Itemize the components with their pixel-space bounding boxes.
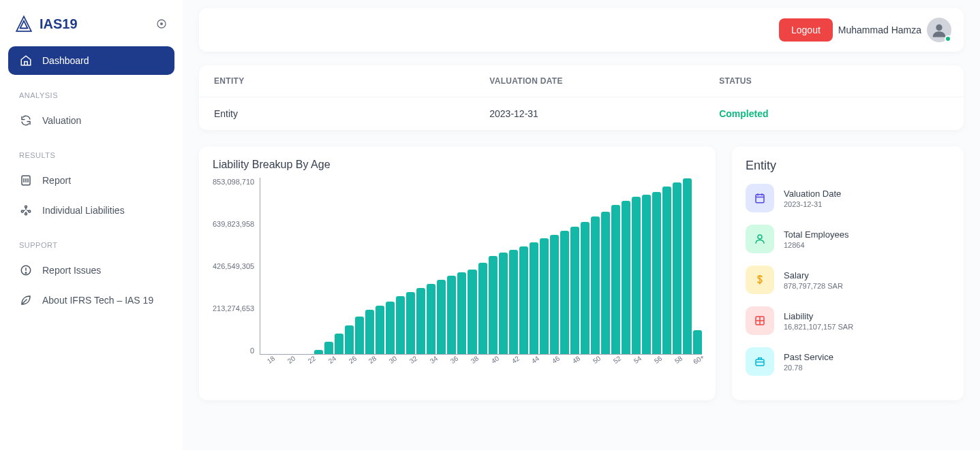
metric-value: 2023-12-31 — [784, 200, 841, 208]
bar[interactable] — [457, 272, 466, 354]
target-icon — [156, 18, 167, 29]
bar[interactable] — [386, 302, 395, 354]
bar[interactable] — [581, 222, 589, 354]
bar[interactable] — [550, 235, 559, 354]
svg-rect-15 — [756, 195, 764, 203]
bar[interactable] — [406, 292, 415, 354]
cell-status: Completed — [719, 108, 949, 119]
x-axis: 1820222426283032343638404244464850525456… — [262, 355, 702, 362]
col-valuation-date: VALUATION DATE — [489, 76, 719, 86]
metric-label: Liability — [784, 311, 853, 321]
plot-area — [260, 178, 702, 355]
bar[interactable] — [570, 227, 579, 354]
bar[interactable] — [611, 205, 620, 354]
bar[interactable] — [683, 178, 692, 354]
dollar-icon — [746, 266, 774, 294]
sidebar-item-about[interactable]: About IFRS Tech – IAS 19 — [8, 286, 174, 315]
bar[interactable] — [437, 280, 446, 354]
logo-row: IAS19 — [8, 12, 174, 42]
sidebar-item-individual-liabilities[interactable]: Individual Liabilities — [8, 196, 174, 225]
metric-value: 878,797,728 SAR — [784, 282, 843, 290]
metric-label: Total Employees — [784, 229, 848, 240]
entity-card: Entity Valuation Date2023-12-31Total Emp… — [732, 146, 964, 400]
bar[interactable] — [396, 296, 405, 354]
bar[interactable] — [345, 325, 354, 355]
bar[interactable] — [693, 330, 702, 354]
logout-button[interactable]: Logout — [779, 18, 833, 42]
bar[interactable] — [622, 201, 630, 354]
nodes-icon — [19, 204, 33, 217]
sidebar-item-report[interactable]: Report — [8, 166, 174, 195]
metric-valuation-date: Valuation Date2023-12-31 — [746, 184, 950, 212]
logo[interactable]: IAS19 — [15, 15, 78, 33]
bar[interactable] — [591, 216, 600, 354]
avatar[interactable] — [927, 18, 951, 42]
bar[interactable] — [530, 242, 538, 354]
metric-label: Past Service — [784, 352, 833, 362]
sidebar-item-label: Valuation — [42, 115, 81, 126]
bar[interactable] — [673, 182, 682, 354]
alert-icon — [19, 263, 33, 277]
metric-text: Salary878,797,728 SAR — [784, 270, 843, 290]
col-entity: ENTITY — [214, 76, 489, 86]
svg-point-10 — [25, 213, 27, 215]
metrics-list: Valuation Date2023-12-31Total Employees1… — [746, 184, 950, 376]
metric-value: 12864 — [784, 241, 848, 249]
main-content: Logout Muhammad Hamza ENTITY VALUATION D… — [183, 0, 980, 450]
user-name: Muhammad Hamza — [838, 25, 921, 35]
y-tick: 426,549,305 — [213, 262, 254, 270]
bar[interactable] — [376, 306, 384, 354]
y-tick: 639,823,958 — [213, 220, 254, 228]
chart-area: 853,098,710639,823,958426,549,305213,274… — [213, 178, 702, 355]
bar[interactable] — [447, 276, 456, 354]
bar[interactable] — [314, 350, 323, 354]
svg-point-9 — [29, 210, 31, 212]
y-tick: 0 — [250, 347, 254, 355]
bar[interactable] — [652, 192, 661, 354]
bar[interactable] — [365, 310, 374, 354]
bar[interactable] — [489, 256, 497, 354]
summary-row[interactable]: Entity 2023-12-31 Completed — [199, 97, 964, 130]
bar[interactable] — [416, 288, 425, 354]
bar[interactable] — [335, 334, 343, 354]
bar[interactable] — [509, 250, 518, 354]
bar[interactable] — [540, 238, 549, 354]
metric-text: Liability16,821,107,157 SAR — [784, 311, 853, 331]
briefcase-icon — [746, 347, 774, 376]
metric-label: Valuation Date — [784, 189, 841, 199]
bar[interactable] — [632, 197, 641, 354]
metric-value: 16,821,107,157 SAR — [784, 323, 853, 331]
cell-valuation-date: 2023-12-31 — [489, 108, 719, 119]
bar[interactable] — [662, 187, 671, 354]
bar[interactable] — [560, 231, 569, 354]
refresh-icon — [19, 114, 33, 127]
chart-title: Liability Breakup By Age — [213, 159, 702, 171]
calendar-icon — [746, 184, 774, 212]
bar[interactable] — [601, 212, 610, 354]
metric-label: Salary — [784, 270, 843, 280]
sidebar-item-report-issues[interactable]: Report Issues — [8, 256, 174, 285]
metric-past-service: Past Service20.78 — [746, 347, 950, 376]
sidebar-section-results: RESULTS — [8, 136, 174, 166]
sidebar-section-support: SUPPORT — [8, 226, 174, 256]
svg-point-7 — [25, 206, 27, 208]
metric-text: Past Service20.78 — [784, 352, 833, 372]
bar[interactable] — [355, 317, 364, 354]
svg-point-8 — [21, 210, 23, 212]
sidebar-item-valuation[interactable]: Valuation — [8, 106, 174, 135]
bar[interactable] — [499, 253, 508, 354]
bar[interactable] — [478, 263, 487, 354]
bar[interactable] — [427, 284, 435, 354]
sidebar-item-label: Report Issues — [42, 265, 101, 276]
bar[interactable] — [642, 195, 651, 354]
person-icon — [746, 225, 774, 253]
sidebar-item-dashboard[interactable]: Dashboard — [8, 46, 174, 75]
sidebar-item-label: About IFRS Tech – IAS 19 — [42, 295, 153, 306]
sidebar-item-label: Report — [42, 175, 71, 186]
bar[interactable] — [468, 270, 476, 354]
bar[interactable] — [519, 246, 528, 354]
sidebar-collapse-button[interactable] — [155, 18, 168, 30]
svg-point-14 — [936, 25, 942, 31]
summary-header-row: ENTITY VALUATION DATE STATUS — [199, 65, 964, 97]
bar[interactable] — [324, 342, 333, 354]
